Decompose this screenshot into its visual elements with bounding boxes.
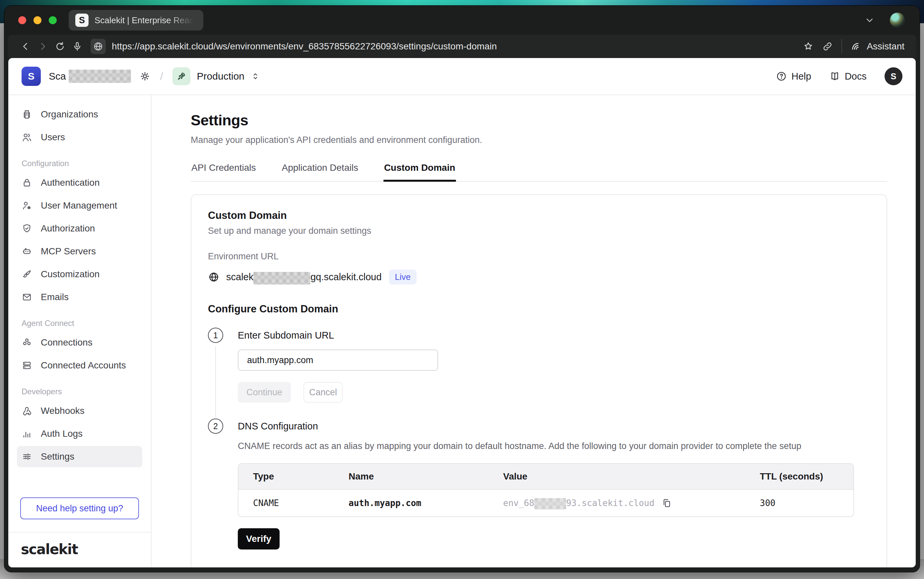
minimize-window-button[interactable] — [33, 16, 41, 24]
col-name: Name — [348, 471, 503, 482]
copy-value-button[interactable] — [660, 497, 673, 509]
tab-list-chevron-down-icon[interactable] — [864, 15, 875, 26]
sidebar-item-auth-logs[interactable]: Auth Logs — [17, 423, 142, 444]
assistant-label: Assistant — [867, 41, 904, 52]
sidebar-item-authorization[interactable]: Authorization — [17, 218, 142, 239]
sidebar-item-connections[interactable]: Connections — [17, 332, 142, 353]
voice-search-button[interactable] — [69, 38, 86, 55]
custom-domain-card: Custom Domain Set up and manage your dom… — [191, 194, 887, 568]
step-1-number: 1 — [208, 328, 223, 343]
sidebar-item-webhooks[interactable]: Webhooks — [17, 400, 142, 422]
verify-button[interactable]: Verify — [238, 528, 280, 550]
site-info-button[interactable] — [90, 39, 106, 54]
star-icon — [803, 41, 814, 52]
col-ttl: TTL (seconds) — [760, 471, 839, 482]
sidebar-item-label: MCP Servers — [41, 246, 96, 257]
app-header: S Sca / Production Help Docs — [8, 58, 916, 95]
gear-icon[interactable] — [139, 70, 151, 82]
dns-description: CNAME records act as an alias by mapping… — [238, 441, 870, 451]
sidebar-item-emails[interactable]: Emails — [17, 286, 142, 308]
reload-button[interactable] — [51, 38, 69, 55]
close-window-button[interactable] — [18, 16, 26, 24]
docs-button[interactable]: Docs — [829, 70, 867, 82]
lock-icon — [21, 177, 32, 188]
assistant-icon — [850, 41, 862, 52]
user-gear-icon — [21, 200, 32, 211]
sliders-icon — [21, 451, 32, 462]
step-2-title: DNS Configuration — [238, 419, 870, 434]
need-help-button[interactable]: Need help setting up? — [20, 497, 139, 519]
environment-url-label: Environment URL — [208, 251, 870, 262]
rocket-icon — [176, 71, 187, 82]
back-button[interactable] — [17, 38, 34, 55]
continue-button[interactable]: Continue — [238, 382, 291, 402]
forward-button[interactable] — [34, 38, 51, 55]
card-subtitle: Set up and manage your domain settings — [208, 226, 870, 236]
cname-value-suffix: 93.scalekit.cloud — [566, 498, 654, 508]
sidebar-item-settings[interactable]: Settings — [17, 446, 142, 467]
page-subtitle: Manage your application's API credential… — [191, 135, 887, 145]
shield-check-icon — [21, 223, 32, 234]
help-button[interactable]: Help — [776, 70, 811, 82]
sidebar-item-connected-accounts[interactable]: Connected Accounts — [17, 355, 142, 376]
forward-icon — [37, 41, 48, 52]
tab-api-credentials[interactable]: API Credentials — [191, 160, 257, 181]
sidebar-item-organizations[interactable]: Organizations — [17, 104, 142, 125]
sidebar-item-label: Connections — [41, 337, 93, 348]
sidebar-item-label: Emails — [41, 292, 69, 303]
sidebar-item-label: Webhooks — [41, 406, 85, 416]
user-avatar[interactable]: S — [885, 67, 903, 85]
rows-icon — [21, 360, 32, 371]
environment-switcher-chevrons-icon[interactable] — [250, 71, 260, 81]
breadcrumb-separator: / — [160, 70, 163, 83]
browser-profile-avatar[interactable] — [890, 13, 905, 28]
sidebar: Organizations Users Configuration Authen… — [8, 95, 152, 568]
sidebar-section-agent-connect: Agent Connect — [17, 319, 142, 328]
cname-value-prefix: env_68 — [503, 498, 534, 508]
tab-title: Scalekit | Enterprise Ready A — [95, 15, 197, 26]
sidebar-item-customization[interactable]: Customization — [17, 263, 142, 285]
workspace-name[interactable]: Sca — [49, 70, 131, 83]
organizations-icon — [21, 109, 32, 120]
tab-custom-domain[interactable]: Custom Domain — [383, 160, 456, 181]
bookmark-button[interactable] — [800, 38, 817, 55]
col-value: Value — [503, 471, 760, 482]
sidebar-item-label: Authorization — [41, 223, 95, 234]
cname-value-redacted — [534, 498, 566, 509]
sidebar-item-mcp-servers[interactable]: MCP Servers — [17, 241, 142, 262]
sidebar-item-label: Settings — [41, 451, 74, 462]
copy-link-button[interactable] — [819, 38, 836, 55]
sidebar-item-label: Auth Logs — [41, 429, 83, 439]
sidebar-item-label: Users — [41, 132, 65, 142]
step-1: 1 Enter Subdomain URL Continue Cancel — [208, 328, 870, 419]
bar-chart-icon — [21, 429, 32, 439]
sidebar-item-authentication[interactable]: Authentication — [17, 172, 142, 193]
robot-icon — [21, 246, 32, 257]
sidebar-item-label: Organizations — [41, 109, 98, 120]
cancel-button[interactable]: Cancel — [303, 382, 343, 402]
sidebar-item-users[interactable]: Users — [17, 127, 142, 148]
cell-value: env_68 93.scalekit.cloud — [503, 497, 760, 509]
app-viewport: S Sca / Production Help Docs — [8, 58, 916, 568]
reload-icon — [54, 41, 65, 52]
maximize-window-button[interactable] — [49, 16, 57, 24]
card-title: Custom Domain — [208, 209, 870, 221]
webhook-icon — [21, 406, 32, 416]
dns-table-header: Type Name Value TTL (seconds) — [239, 464, 854, 490]
copy-icon — [661, 498, 672, 509]
url-address[interactable]: https://app.scalekit.cloud/ws/environmen… — [112, 41, 798, 52]
sidebar-section-developers: Developers — [17, 387, 142, 396]
dns-records-table: Type Name Value TTL (seconds) CNAME auth… — [238, 463, 854, 517]
col-type: Type — [253, 471, 348, 482]
assistant-button[interactable]: Assistant — [847, 41, 907, 52]
sidebar-item-label: Connected Accounts — [41, 360, 126, 371]
live-badge: Live — [389, 270, 417, 285]
tab-application-details[interactable]: Application Details — [281, 160, 359, 181]
help-label: Help — [792, 71, 811, 82]
step-2: 2 DNS Configuration CNAME records act as… — [208, 419, 870, 550]
browser-tab[interactable]: S Scalekit | Enterprise Ready A — [69, 10, 203, 31]
link-icon — [822, 41, 833, 52]
tab-favicon: S — [75, 14, 88, 27]
subdomain-input[interactable] — [238, 350, 438, 371]
sidebar-item-user-management[interactable]: User Management — [17, 195, 142, 216]
